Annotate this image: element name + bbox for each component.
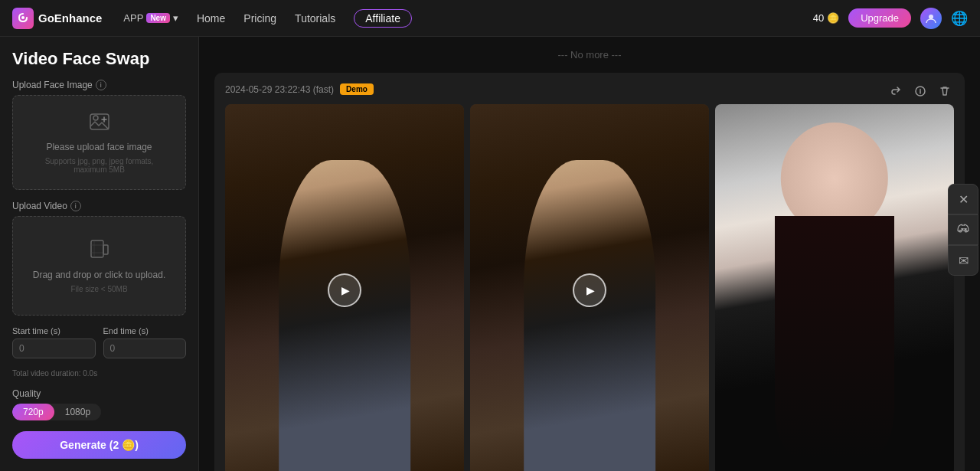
nav-right: 40 🪙 Upgrade 🌐	[813, 8, 968, 29]
card-1-share-button[interactable]	[887, 83, 905, 101]
coin-icon: 🪙	[827, 12, 839, 24]
content-area: --- No more --- 2024-05-29 23:22:43 (fas…	[199, 37, 980, 471]
upload-face-box[interactable]: Please upload face image Supports jpg, p…	[12, 95, 186, 190]
quality-720p[interactable]: 720p	[12, 404, 54, 420]
logo-area[interactable]: GoEnhance	[12, 8, 102, 29]
card-1-header: 2024-05-29 23:22:43 (fast) Demo	[225, 83, 954, 95]
no-more-text: --- No more ---	[214, 49, 965, 61]
upload-face-section: Upload Face Image i Please upload face i…	[12, 80, 186, 190]
card-1-play-2[interactable]	[573, 273, 606, 307]
face-upload-icon	[89, 111, 110, 137]
nav-home[interactable]: Home	[197, 12, 225, 25]
card-1-media-grid	[225, 104, 954, 471]
credits-value: 40	[813, 12, 824, 24]
upload-face-main-text: Please upload face image	[46, 142, 152, 152]
upload-video-main-text: Drag and drop or click to upload.	[33, 270, 165, 280]
end-time-field: End time (s)	[103, 326, 187, 358]
brand-name: GoEnhance	[38, 11, 102, 25]
upgrade-button[interactable]: Upgrade	[848, 8, 911, 28]
generate-label: Generate (2 🪙)	[60, 439, 139, 451]
upload-video-sub-text: File size < 50MB	[70, 285, 127, 293]
floating-side-buttons: ✕ ✉	[948, 184, 978, 276]
time-inputs-row: Start time (s) End time (s)	[12, 326, 186, 358]
end-time-label: End time (s)	[103, 326, 187, 335]
upload-face-info-icon[interactable]: i	[96, 80, 106, 90]
float-close-button[interactable]: ✕	[948, 184, 978, 214]
float-mail-button[interactable]: ✉	[948, 245, 978, 276]
nav-pricing[interactable]: Pricing	[243, 12, 276, 25]
upload-video-info-icon[interactable]: i	[70, 201, 81, 211]
avatar[interactable]	[920, 8, 942, 29]
upload-video-label: Upload Video	[12, 201, 67, 211]
quality-label: Quality	[12, 388, 186, 399]
card-1-play-1[interactable]	[328, 273, 361, 307]
nav-affiliate[interactable]: Affiliate	[354, 9, 412, 28]
credits-display: 40 🪙	[813, 12, 839, 24]
card-1-media-1[interactable]	[225, 104, 464, 471]
app-label: APP	[123, 12, 143, 24]
generate-button[interactable]: Generate (2 🪙)	[12, 431, 186, 459]
upload-face-label: Upload Face Image	[12, 80, 93, 90]
globe-icon[interactable]: 🌐	[951, 10, 968, 27]
upload-video-box[interactable]: Drag and drop or click to upload. File s…	[12, 216, 186, 316]
card-1-media-3[interactable]	[715, 104, 954, 471]
duration-text: Total video duration: 0.0s	[12, 369, 186, 378]
app-button[interactable]: APP New ▾	[117, 9, 185, 27]
card-1-media-2[interactable]	[470, 104, 709, 471]
quality-options: 720p 1080p	[12, 404, 101, 420]
card-1-demo-badge: Demo	[340, 83, 374, 95]
new-badge: New	[146, 13, 170, 23]
svg-point-0	[21, 16, 24, 19]
upload-face-sub-text: Supports jpg, png, jpeg formats, maximum…	[28, 157, 170, 174]
start-time-field: Start time (s)	[12, 326, 96, 358]
quality-1080p[interactable]: 1080p	[54, 404, 101, 420]
upload-video-section: Upload Video i Drag and drop or click to…	[12, 201, 186, 316]
nav-tutorials[interactable]: Tutorials	[295, 12, 335, 25]
card-1-timestamp: 2024-05-29 23:22:43 (fast)	[225, 84, 334, 95]
start-time-label: Start time (s)	[12, 326, 96, 335]
sidebar: Video Face Swap Upload Face Image i Plea…	[0, 37, 199, 471]
quality-section: Quality 720p 1080p	[12, 388, 186, 420]
video-upload-icon	[89, 239, 110, 265]
main-layout: Video Face Swap Upload Face Image i Plea…	[0, 37, 980, 471]
logo-icon	[12, 8, 34, 29]
nav-links: Home Pricing Tutorials Affiliate	[197, 9, 412, 28]
start-time-input[interactable]	[12, 339, 96, 358]
card-1-delete-button[interactable]	[936, 83, 954, 101]
svg-rect-3	[91, 240, 103, 257]
svg-rect-4	[103, 245, 108, 254]
float-discord-button[interactable]	[948, 214, 978, 245]
svg-point-1	[929, 15, 933, 19]
card-1-actions	[887, 83, 954, 101]
chevron-down-icon: ▾	[173, 12, 178, 24]
card-1-info-button[interactable]	[911, 83, 929, 101]
end-time-input[interactable]	[103, 339, 187, 358]
page-title: Video Face Swap	[12, 49, 186, 69]
navbar: GoEnhance APP New ▾ Home Pricing Tutoria…	[0, 0, 980, 37]
generation-card-1: 2024-05-29 23:22:43 (fast) Demo	[214, 73, 965, 471]
